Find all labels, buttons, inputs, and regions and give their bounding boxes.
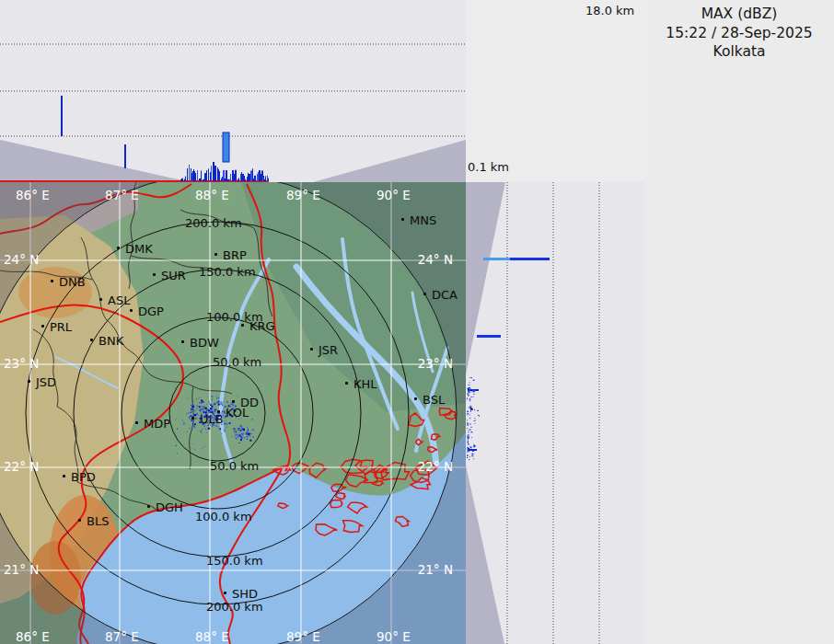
station-label-dgp: DGP [138, 305, 164, 318]
station-dot [153, 273, 156, 276]
station-label-jsd: JSD [36, 375, 56, 389]
lon-label-bottom: 88° E [195, 629, 229, 644]
lon-label-bottom: 87° E [105, 629, 139, 644]
lon-label-bottom: 90° E [376, 629, 411, 644]
station-dot [117, 247, 120, 249]
station-dot [423, 293, 426, 295]
station-dot [224, 592, 226, 594]
out-of-range-wedge [313, 140, 466, 182]
scan-datetime: 15:22 / 28-Sep-2025 [644, 25, 834, 41]
station-dot [181, 340, 184, 343]
station-dot [414, 397, 417, 400]
lat-label-right: 21° N [418, 562, 453, 577]
lon-label-top: 88° E [195, 188, 229, 202]
top-profile-plot [0, 0, 466, 182]
station-label-bpd: BPD [71, 470, 96, 484]
station-label-ulb: ULB [200, 412, 224, 426]
station-label-krg: KRG [249, 319, 275, 333]
profile-max-height-label: 18.0 km [585, 4, 634, 17]
lat-label-right: 24° N [418, 252, 453, 267]
station-dot [135, 421, 138, 424]
lon-label-bottom: 86° E [16, 629, 50, 644]
station-label-dnb: DNB [59, 275, 86, 289]
station-label-mns: MNS [410, 213, 436, 227]
top-height-profile-panel [0, 0, 466, 182]
range-ring-label: 50.0 km [210, 459, 259, 473]
profile-min-height-label: 0.1 km [468, 160, 509, 174]
station-label-bdw: BDW [190, 336, 219, 350]
lon-label-top: 87° E [105, 188, 139, 202]
station-label-bsl: BSL [423, 393, 445, 407]
station-dot [28, 380, 30, 383]
legend-panel: MAX (dBZ) 15:22 / 28-Sep-2025 Kolkata 60… [644, 0, 834, 644]
profile-axis-corner: 18.0 km 0.1 km [466, 0, 644, 182]
station-dot [99, 298, 102, 301]
station-label-bls: BLS [87, 514, 109, 528]
out-of-range-wedge [466, 465, 504, 644]
station-dot [130, 309, 133, 312]
station-label-shd: SHD [232, 587, 258, 601]
product-title: MAX (dBZ) [644, 6, 834, 22]
station-dot [241, 324, 244, 327]
station-label-dmk: DMK [125, 242, 153, 256]
lat-label-left: 23° N [4, 356, 39, 371]
station-label-jsr: JSR [319, 343, 338, 357]
station-dot [191, 417, 194, 420]
station-dot [401, 218, 404, 221]
lon-label-top: 86° E [16, 188, 50, 202]
station-label-mdp: MDP [144, 417, 170, 431]
station-label-brp: BRP [223, 248, 247, 262]
right-profile-plot [466, 182, 644, 644]
radar-display-window: 18.0 km 0.1 km [0, 0, 834, 644]
station-label-dca: DCA [432, 288, 458, 302]
station-dot [345, 382, 348, 385]
right-height-profile-panel [466, 182, 644, 644]
station-label-khl: KHL [353, 377, 377, 391]
station-dot [78, 519, 81, 522]
lat-label-left: 22° N [4, 459, 39, 474]
station-name: Kolkata [644, 43, 834, 60]
station-dot [147, 505, 150, 508]
lat-label-right: 23° N [418, 356, 453, 371]
station-dot [41, 325, 44, 328]
out-of-range-wedge [0, 140, 191, 182]
radar-map: 86° E86° E87° E87° E88° E88° E89° E89° E… [0, 182, 466, 644]
lon-label-top: 89° E [286, 188, 320, 202]
range-ring-label: 150.0 km [199, 265, 256, 279]
range-ring-label: 200.0 km [206, 600, 263, 614]
station-dot [63, 475, 65, 477]
station-dot [90, 339, 93, 341]
station-label-sur: SUR [161, 269, 186, 282]
station-label-bnk: BNK [98, 334, 123, 348]
range-ring-label: 100.0 km [195, 510, 252, 523]
range-ring-label: 200.0 km [185, 216, 242, 230]
station-label-dgh: DGH [156, 500, 183, 514]
lon-label-bottom: 89° E [286, 629, 320, 644]
lat-label-right: 22° N [418, 459, 453, 474]
station-label-kol: KOL [226, 406, 249, 420]
station-dot [51, 280, 53, 282]
lon-label-top: 90° E [376, 188, 411, 202]
lat-label-left: 21° N [4, 562, 39, 577]
range-ring-label: 50.0 km [213, 355, 261, 369]
station-label-prl: PRL [50, 320, 72, 334]
station-dot [310, 348, 313, 351]
station-label-asl: ASL [108, 293, 130, 307]
station-dot [232, 400, 235, 403]
range-ring-label: 150.0 km [206, 554, 263, 568]
out-of-range-wedge [466, 182, 505, 374]
station-dot [214, 253, 217, 256]
lat-label-left: 24° N [4, 252, 39, 267]
